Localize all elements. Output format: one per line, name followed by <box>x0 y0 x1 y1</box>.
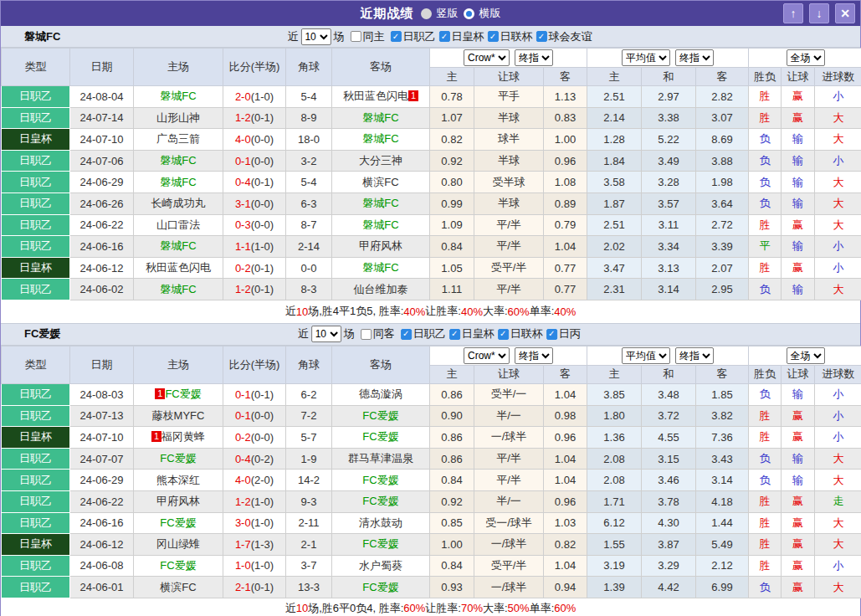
result-value: 负 <box>760 197 771 209</box>
avg-source-select[interactable]: 平均值 <box>622 347 670 364</box>
odds-source-select[interactable]: Crow* <box>464 49 510 66</box>
result-value: 胜 <box>760 90 771 102</box>
avg-source-select[interactable]: 平均值 <box>622 49 670 66</box>
match-row: 日职乙24-07-14山形山神1-2(0-1)8-9磐城FC1.07半球0.83… <box>2 107 861 129</box>
result-winlose-cell: 胜 <box>749 555 782 577</box>
result-value: 走 <box>833 495 844 507</box>
move-down-button[interactable]: ↓ <box>809 3 829 23</box>
result-value: 大 <box>833 537 844 550</box>
summary-segment: 10 <box>296 602 308 614</box>
vertical-layout-label[interactable]: 竖版 <box>437 6 459 21</box>
fullmatch-select[interactable]: 全场 <box>787 49 825 66</box>
league-filter-日丙[interactable]: 日丙 <box>546 326 581 341</box>
result-value: 赢 <box>792 430 803 443</box>
match-date-cell: 24-06-12 <box>70 257 134 279</box>
result-value: 负 <box>760 388 771 400</box>
home-team-cell: 山口雷法 <box>134 214 223 236</box>
same-venue-filter[interactable]: 同客 <box>361 326 395 341</box>
league-filter-日皇杯[interactable]: 日皇杯 <box>449 326 495 341</box>
halftime-score: (2-0) <box>251 474 274 486</box>
recent-results-panel: 近期战绩 竖版 横版 ↑ ↓ ✕ 磐城FC 近 10 场 同主 <box>0 0 861 616</box>
avg-final-select[interactable]: 终指 <box>675 49 714 66</box>
league-filter-日皇杯[interactable]: 日皇杯 <box>438 29 484 44</box>
odds-home-cell: 1.11 <box>430 279 474 300</box>
league-filter-日职乙[interactable]: 日职乙 <box>390 29 435 44</box>
league-filter-日职乙[interactable]: 日职乙 <box>401 326 446 341</box>
move-up-button[interactable]: ↑ <box>783 3 803 23</box>
league-checkbox[interactable] <box>487 31 498 42</box>
odds-handicap-cell: 受半球 <box>474 172 544 193</box>
league-filter-日联杯[interactable]: 日联杯 <box>498 326 543 341</box>
match-date-cell: 24-06-22 <box>70 214 134 236</box>
result-value: 胜 <box>760 430 771 443</box>
competition-badge: 日皇杯 <box>2 129 69 150</box>
match-row: 日职乙24-06-01横滨FC2-1(0-1)13-3FC爱媛0.93一/球半0… <box>2 577 861 598</box>
match-type-cell: 日职乙 <box>2 172 70 193</box>
corners-cell: 18-0 <box>286 129 332 151</box>
league-checkbox[interactable] <box>449 329 460 340</box>
league-label: 日皇杯 <box>462 326 495 341</box>
same-venue-filter[interactable]: 同主 <box>350 29 384 44</box>
home-team-cell: 1福冈黄蜂 <box>134 427 223 449</box>
match-count-select[interactable]: 10 <box>300 28 331 45</box>
avg-final-select[interactable]: 终指 <box>675 347 714 364</box>
corners-cell: 5-4 <box>286 86 332 108</box>
result-value: 输 <box>792 452 803 465</box>
avg-home-cell: 2.51 <box>587 86 642 108</box>
col-subheader-result-goals: 进球数 <box>815 68 861 86</box>
result-goals-cell: 大 <box>815 192 861 214</box>
same-venue-checkbox[interactable] <box>361 329 372 340</box>
team-section: FC爱媛 近 10 场 同客 日职乙日皇杯日联杯日丙 <box>1 324 860 616</box>
odds-final-select[interactable]: 终指 <box>515 347 553 364</box>
avg-selector-cell: 平均值终指 <box>587 346 749 365</box>
league-checkbox[interactable] <box>536 31 546 42</box>
corners-cell: 8-3 <box>286 279 332 300</box>
odds-home-cell: 0.99 <box>430 192 474 214</box>
fulltime-score: 0-1 <box>235 409 251 422</box>
league-filter-日联杯[interactable]: 日联杯 <box>487 29 532 44</box>
up-arrow-icon: ↑ <box>791 8 797 19</box>
fulltime-score: 1-2 <box>235 495 251 508</box>
league-checkbox[interactable] <box>438 31 449 42</box>
horizontal-layout-radio[interactable] <box>464 8 474 19</box>
corners-cell: 5-4 <box>286 172 332 193</box>
result-winlose-cell: 胜 <box>749 405 782 427</box>
result-value: 赢 <box>792 218 803 231</box>
avg-away-cell: 8.69 <box>696 129 749 151</box>
result-goals-cell: 大 <box>815 214 861 236</box>
away-team-name: 磐城FC <box>362 218 398 231</box>
odds-final-select[interactable]: 终指 <box>515 49 553 66</box>
odds-handicap-cell: 平/半 <box>474 279 544 300</box>
down-arrow-icon: ↓ <box>817 8 823 19</box>
result-goals-cell: 小 <box>815 86 861 108</box>
fullmatch-selector-cell: 全场 <box>749 346 861 365</box>
result-handicap-cell: 输 <box>782 236 815 258</box>
league-label: 日职乙 <box>402 29 435 44</box>
league-checkbox[interactable] <box>498 329 509 340</box>
result-value: 赢 <box>792 409 803 422</box>
result-value: 大 <box>833 474 844 486</box>
league-checkbox[interactable] <box>401 329 412 340</box>
close-button[interactable]: ✕ <box>835 3 855 23</box>
away-team-cell: 清水鼓动 <box>332 512 430 534</box>
same-venue-checkbox[interactable] <box>350 31 361 42</box>
league-filter-球会友谊[interactable]: 球会友谊 <box>536 29 592 44</box>
league-checkbox[interactable] <box>390 31 401 42</box>
vertical-layout-radio[interactable] <box>421 8 432 19</box>
avg-away-cell: 1.85 <box>696 383 749 405</box>
league-checkbox[interactable] <box>546 329 557 340</box>
halftime-score: (0-1) <box>251 262 274 275</box>
competition-badge: 日职乙 <box>2 449 69 470</box>
col-subheader-result-winlose: 胜负 <box>749 68 782 86</box>
away-team-cell: 磐城FC <box>332 192 430 214</box>
result-handicap-cell: 赢 <box>782 490 815 512</box>
horizontal-layout-label[interactable]: 横版 <box>479 6 501 21</box>
col-subheader-odds-home: 主 <box>430 68 474 86</box>
avg-away-cell: 5.49 <box>696 534 749 556</box>
avg-draw-cell: 3.48 <box>642 383 696 405</box>
fullmatch-select[interactable]: 全场 <box>787 347 825 364</box>
match-count-select[interactable]: 10 <box>311 326 341 342</box>
match-row: 日职乙24-06-16磐城FC1-1(1-0)2-14甲府风林0.84平/半1.… <box>2 236 861 258</box>
odds-source-select[interactable]: Crow* <box>464 347 510 364</box>
avg-home-cell: 2.51 <box>587 214 642 236</box>
